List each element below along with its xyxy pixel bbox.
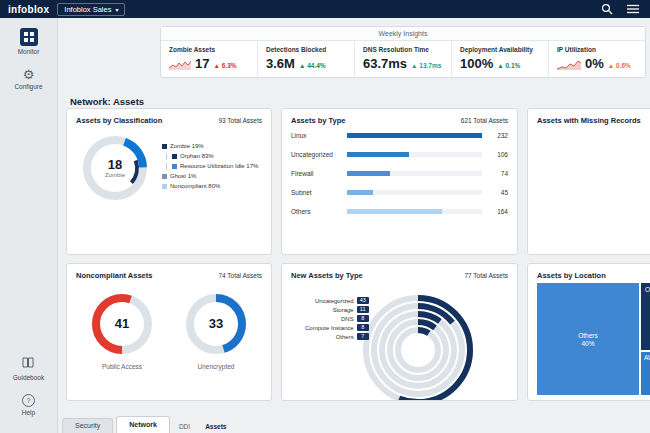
sparkline-icon (169, 58, 191, 70)
tile-label: AWS (644, 354, 650, 361)
card-title: Assets by Location (537, 271, 606, 280)
legend-item[interactable]: Others7 (305, 333, 369, 340)
org-selector-label: Infoblox Sales (64, 5, 111, 14)
sparkline-icon (557, 58, 581, 70)
chevron-down-icon: ▾ (115, 6, 118, 13)
tile-label: Onprem (645, 286, 650, 293)
left-sidebar: Monitor ⚙ Configure Guidebook ? Help (0, 18, 58, 433)
kpi-label: Detections Blocked (266, 46, 346, 53)
bar-row[interactable]: Firewall 74 (291, 170, 508, 177)
card-total: 621 Total Assets (461, 117, 508, 124)
bar-chart: Linux 232 Uncategorized 106 Firewall 74 … (291, 132, 508, 215)
sidebar-item-monitor[interactable]: Monitor (18, 28, 40, 55)
legend-item[interactable]: Compute Instance8 (305, 324, 369, 331)
classification-donut-chart[interactable]: 18 Zombie (76, 129, 154, 207)
gear-icon: ⚙ (23, 68, 35, 81)
legend-label: Orphan 83% (180, 153, 214, 160)
legend-item[interactable]: Ghost 1% (162, 173, 262, 180)
kpi-row: Zombie Assets 17 ▲ 6.3% Detections Block… (161, 41, 645, 77)
tab-security[interactable]: Security (62, 418, 113, 433)
tab-network[interactable]: Network (116, 416, 170, 433)
bar-value: 45 (488, 189, 508, 196)
legend-value: 43 (357, 297, 369, 304)
bar-row[interactable]: Subnet 45 (291, 189, 508, 196)
legend-item[interactable]: DNS Pointer Record 243 (537, 141, 650, 147)
bar (347, 152, 409, 157)
legend-label: Uncategorized (315, 298, 354, 304)
card-title: Assets with Missing Records (537, 116, 641, 125)
kpi-label: DNS Resolution Time (363, 46, 443, 53)
new-assets-legend: Uncategorized43 Storage11 DNS8 Compute I… (305, 297, 369, 342)
kpi-delta: ▲ 13.7ms (411, 62, 441, 70)
sidebar-item-guidebook[interactable]: Guidebook (13, 354, 44, 381)
bar-row[interactable]: Linux 232 (291, 132, 508, 139)
bar-track (347, 133, 482, 138)
card-assets-by-classification: Assets by Classification 93 Total Assets… (66, 108, 272, 255)
card-title: Assets by Classification (76, 116, 162, 125)
legend-item[interactable]: DNS Forward Record 271 (537, 150, 650, 156)
kpi-value: 17 (195, 57, 209, 70)
weekly-insights-panel: Weekly Insights Zombie Assets 17 ▲ 6.3% … (160, 26, 646, 78)
search-icon[interactable] (598, 3, 616, 15)
weekly-insights-title: Weekly Insights (161, 27, 645, 41)
monitor-grid-icon (20, 28, 38, 46)
donut-label: Public Access (102, 363, 142, 370)
legend-item[interactable]: Uncategorized43 (305, 297, 369, 304)
legend-value: 11 (357, 306, 369, 313)
public-access-donut[interactable]: 41 Public Access (86, 288, 158, 370)
legend-item[interactable]: Resource Utilization Idle 17% (166, 163, 262, 170)
org-selector[interactable]: Infoblox Sales ▾ (57, 3, 125, 16)
radial-bar-chart[interactable] (353, 285, 483, 401)
infoblox-logo: infoblox (8, 4, 49, 15)
legend-value: 8 (357, 315, 369, 322)
bar-value: 106 (488, 151, 508, 158)
bar-value: 164 (488, 208, 508, 215)
top-header: infoblox Infoblox Sales ▾ (0, 0, 650, 18)
bottom-tab-bar: Security Network DDI Assets (62, 416, 232, 433)
tab-ddi[interactable]: DDI (173, 423, 196, 433)
sidebar-item-label: Monitor (18, 48, 40, 55)
legend-item[interactable]: Zombie 19% (162, 143, 262, 150)
sidebar-item-configure[interactable]: ⚙ Configure (14, 68, 42, 90)
tab-assets[interactable]: Assets (199, 423, 232, 433)
card-new-assets-by-type: New Assets by Type 77 Total Assets Uncat… (281, 263, 518, 401)
bar-row[interactable]: Uncategorized 106 (291, 151, 508, 158)
legend-item[interactable]: Orphan 83% (166, 153, 262, 160)
kpi-deployment-availability[interactable]: Deployment Availability 100% ▲ 0.1% (451, 41, 548, 77)
sidebar-item-help[interactable]: ? Help (22, 394, 35, 416)
treemap-tile-onprem[interactable]: Onprem (641, 283, 650, 350)
legend-value: 8 (357, 324, 369, 331)
menu-icon[interactable] (624, 4, 642, 14)
bar-track (347, 209, 482, 214)
kpi-ip-utilization[interactable]: IP Utilization 0% ▲ 0.6% (548, 41, 645, 77)
dashboard-grid: Assets by Classification 93 Total Assets… (66, 108, 650, 401)
treemap-tile-others[interactable]: Others 40% (537, 283, 639, 395)
legend-item[interactable]: Noncompliant 80% (162, 183, 262, 190)
bar-track (347, 190, 482, 195)
sidebar-item-label: Help (22, 409, 35, 416)
sidebar-bottom: Guidebook ? Help (13, 354, 44, 433)
missing-records-legend: DNS Pointer Record 243 DNS Forward Recor… (537, 141, 650, 156)
kpi-dns-resolution-time[interactable]: DNS Resolution Time 63.7ms ▲ 13.7ms (354, 41, 451, 77)
card-title: Noncompliant Assets (76, 271, 152, 280)
legend-label: Compute Instance (305, 325, 354, 331)
bar (347, 190, 373, 195)
kpi-value: 100% (460, 57, 493, 70)
legend-label: Noncompliant 80% (170, 183, 220, 190)
legend-item[interactable]: DNS8 (305, 315, 369, 322)
legend-item[interactable]: Storage11 (305, 306, 369, 313)
bar-track (347, 171, 482, 176)
bar-label: Linux (291, 132, 341, 139)
kpi-detections-blocked[interactable]: Detections Blocked 3.6M ▲ 44.4% (257, 41, 354, 77)
unencrypted-donut[interactable]: 33 Unencrypted (180, 288, 252, 370)
legend-swatch (172, 154, 177, 159)
treemap-tile-aws[interactable]: AWS (641, 352, 650, 395)
kpi-zombie-assets[interactable]: Zombie Assets 17 ▲ 6.3% (161, 41, 257, 77)
card-total: 93 Total Assets (218, 117, 262, 124)
location-treemap: Others 40% Onprem AWS (537, 283, 650, 395)
bar-row[interactable]: Others 164 (291, 208, 508, 215)
card-total: 74 Total Assets (218, 272, 262, 279)
legend-swatch (162, 174, 167, 179)
card-total: 77 Total Assets (464, 272, 508, 279)
tile-label: Others (578, 332, 598, 339)
